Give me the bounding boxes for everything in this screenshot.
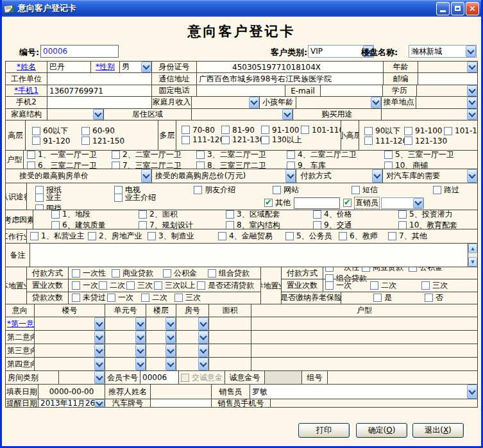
checkbox[interactable] xyxy=(51,210,60,219)
checkbox[interactable] xyxy=(72,269,80,278)
intent3-room-combo[interactable] xyxy=(176,344,208,357)
combo-arrow-button[interactable] xyxy=(165,358,176,370)
checkbox-item[interactable]: 101-110 xyxy=(301,126,338,135)
checkbox[interactable] xyxy=(154,281,162,290)
checkbox-item[interactable]: 三次 xyxy=(174,292,213,303)
intent4-building-combo[interactable] xyxy=(34,358,105,370)
education-combo[interactable] xyxy=(416,85,477,96)
combo-arrow-button[interactable] xyxy=(94,317,105,330)
checkbox[interactable] xyxy=(313,221,321,229)
id-field[interactable]: 45030519771018104X xyxy=(196,62,383,72)
combo-arrow-button[interactable] xyxy=(94,399,105,407)
checkbox-item[interactable]: 60-90 xyxy=(81,126,157,135)
checkbox-item[interactable]: 3、制造业 xyxy=(148,231,218,242)
kids-age-combo[interactable] xyxy=(296,97,381,108)
combo-arrow-button[interactable] xyxy=(282,109,292,120)
checkbox-item[interactable]: 三次 xyxy=(421,280,473,291)
checkbox[interactable] xyxy=(218,232,226,240)
intent4-room-combo[interactable] xyxy=(176,358,208,370)
checkbox-item[interactable]: 一次性 xyxy=(325,267,362,273)
checkbox[interactable] xyxy=(273,186,281,194)
combo-arrow-button[interactable] xyxy=(135,331,146,344)
intent3-unit-combo[interactable] xyxy=(105,344,146,357)
checkbox-item[interactable]: 6、建筑质量 xyxy=(51,220,139,229)
telephone-field[interactable] xyxy=(196,85,285,96)
combo-arrow-button[interactable] xyxy=(135,317,146,330)
checkbox[interactable] xyxy=(370,281,378,290)
address-field[interactable]: 广西百色市城乡路98号右江民族医学院 xyxy=(196,73,383,84)
intent2-unit-combo[interactable] xyxy=(105,331,146,344)
intent1-room-combo[interactable] xyxy=(176,317,208,330)
checkbox[interactable] xyxy=(287,151,295,159)
estate-name-combo[interactable]: 瀚林新城 xyxy=(409,45,477,58)
checkbox[interactable] xyxy=(88,232,96,240)
intent3-building-combo[interactable] xyxy=(34,344,105,357)
remark-scrollbar[interactable]: ▲ ▼ xyxy=(468,244,477,267)
checkbox[interactable] xyxy=(139,210,147,219)
intent2-room-combo[interactable] xyxy=(176,331,208,344)
combo-arrow-button[interactable] xyxy=(285,169,296,183)
car-plate-field[interactable] xyxy=(150,399,211,407)
checkbox-item[interactable]: 否 xyxy=(425,292,463,303)
checkbox[interactable] xyxy=(126,281,135,290)
checkbox[interactable] xyxy=(226,221,234,229)
checkbox-item[interactable]: 91-100 xyxy=(404,126,444,135)
salesperson-combo[interactable]: 罗敏 xyxy=(250,385,477,399)
close-button[interactable]: ✕ xyxy=(466,2,479,15)
combo-arrow-button[interactable] xyxy=(198,317,208,330)
checkbox[interactable] xyxy=(194,186,202,194)
checkbox[interactable] xyxy=(362,267,370,272)
combo-arrow-button[interactable] xyxy=(165,317,176,330)
max-total-price-combo[interactable] xyxy=(249,169,296,183)
checkbox-item-other[interactable]: 其他 xyxy=(264,197,343,209)
scroll-up-button[interactable]: ▲ xyxy=(468,244,477,253)
checkbox-item[interactable]: 二次 xyxy=(99,280,126,291)
checkbox[interactable] xyxy=(114,194,123,202)
combo-arrow-button[interactable] xyxy=(467,169,477,183)
combo-arrow-button[interactable] xyxy=(198,331,208,344)
mobile1-field[interactable]: 13607769971 xyxy=(47,85,151,96)
ok-button[interactable]: 确定(O) xyxy=(356,423,407,438)
checkbox-item[interactable]: 业主 xyxy=(35,192,114,203)
intent4-floor-combo[interactable] xyxy=(146,358,176,370)
checkbox-item[interactable]: 业主介绍 xyxy=(114,192,194,203)
gender-combo[interactable]: 男 xyxy=(119,62,151,72)
checkbox[interactable] xyxy=(388,232,396,240)
checkbox[interactable] xyxy=(364,127,373,135)
maximize-button[interactable] xyxy=(451,2,464,15)
combo-arrow-button[interactable] xyxy=(467,385,477,399)
checkbox-item[interactable]: 9、交通 xyxy=(313,220,398,229)
combo-arrow-button[interactable] xyxy=(467,109,477,120)
combo-arrow-button[interactable] xyxy=(198,344,208,357)
combo-arrow-button[interactable] xyxy=(141,62,151,72)
checkbox-item[interactable]: 60以下 xyxy=(32,126,81,137)
checkbox-item[interactable]: 一次 xyxy=(107,292,141,303)
number-input[interactable] xyxy=(40,45,119,58)
group-no-field[interactable] xyxy=(327,371,477,384)
checkbox[interactable] xyxy=(421,281,430,290)
checkbox[interactable] xyxy=(141,294,149,302)
scroll-down-button[interactable]: ▼ xyxy=(468,257,477,267)
checkbox[interactable] xyxy=(32,127,40,135)
combo-arrow-button[interactable] xyxy=(413,198,423,208)
member-card-field[interactable]: 00006 xyxy=(140,371,178,384)
intent1-unit-combo[interactable] xyxy=(105,317,146,330)
checkbox-item[interactable]: 101-110 xyxy=(444,126,476,135)
garage-need-combo[interactable] xyxy=(443,169,477,183)
minimize-button[interactable] xyxy=(436,2,450,15)
family-structure-combo[interactable] xyxy=(47,109,103,120)
checkbox-item[interactable]: 2、二室一厅一卫 xyxy=(112,151,196,160)
checkbox-item[interactable]: 7、规划设计 xyxy=(139,220,226,229)
max-unit-price-combo[interactable] xyxy=(102,169,151,183)
combo-arrow-button[interactable] xyxy=(94,344,105,357)
checkbox-item[interactable]: 4、金融贸易 xyxy=(218,231,285,242)
checkbox-item[interactable]: 网站 xyxy=(273,185,352,195)
checkbox-item[interactable]: 三次 xyxy=(126,280,154,291)
checkbox[interactable] xyxy=(148,232,156,240)
checkbox-item[interactable]: 商业贷款 xyxy=(362,267,409,273)
checkbox[interactable] xyxy=(72,281,80,290)
checkbox-item[interactable]: 一次 xyxy=(325,280,370,291)
checkbox[interactable] xyxy=(182,136,190,144)
checkbox[interactable] xyxy=(261,126,269,134)
work-unit-field[interactable] xyxy=(47,73,151,84)
